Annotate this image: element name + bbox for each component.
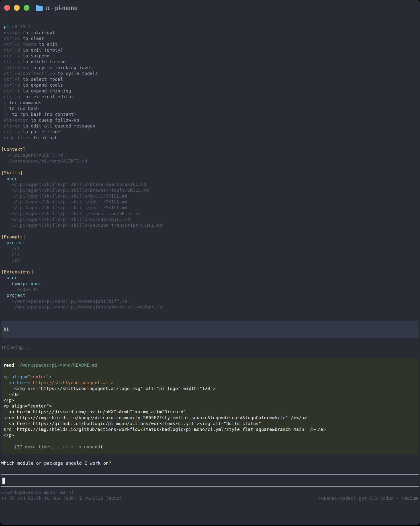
skill-path: ~/.pi/agent/skills/pi-skills/youtube-tra… [0, 222, 420, 228]
status-line-2: ↑4.7k ↓44 R3.8k $0.009 (sub) 1.7%/272k (… [0, 495, 420, 501]
terminal-content: pi v0.49.3 escape to interrupt ctrl+c to… [0, 16, 420, 501]
app-version: v0.49.3 [9, 24, 31, 29]
window-title: π - pi-mono [45, 5, 78, 11]
shortcut-line: / for commands [0, 100, 420, 106]
prompts-section: [Prompts] project /cl /is /pr [0, 234, 420, 263]
code-line: </p> [1, 432, 419, 438]
shortcut-line: ctrl+v to paste image [0, 129, 420, 135]
extensions-user-scope: user [0, 275, 420, 281]
prompt-item: /pr [0, 257, 420, 263]
code-line: </p> [1, 397, 419, 403]
prompts-scope: project [0, 240, 420, 246]
extensions-header: [Extensions] [0, 269, 420, 275]
prompt-item: /cl [0, 246, 420, 252]
version-line: pi v0.49.3 [0, 24, 420, 30]
skill-path: ~/.pi/agent/skills/pi-skills/gdcli/SKILL… [0, 199, 420, 205]
extension-path: ~/workspaces/pi-mono/.pi/extensions/diff… [0, 298, 420, 304]
context-section: [Context] ~/.pi/agent/AGENTS.md ~/worksp… [0, 146, 420, 164]
tool-arg: ~/workspaces/pi-mono/README.md [14, 363, 97, 368]
skills-header: [Skills] [0, 170, 420, 176]
app-name: pi [4, 24, 9, 29]
input-cursor [2, 478, 5, 484]
code-line: </a> [1, 392, 419, 397]
extensions-project-scope: project [0, 293, 420, 298]
user-message: hi [1, 321, 419, 338]
terminal-window: π - pi-mono pi v0.49.3 escape to interru… [0, 0, 420, 525]
extension-path: ~/workspaces/pi-mono/.pi/extensions/prom… [0, 304, 420, 310]
token-usage: ↑4.7k ↓44 R3.8k $0.009 (sub) 1.7%/272k (… [1, 495, 122, 501]
shortcut-line: ctrl+d to exit (empty) [0, 47, 420, 53]
shortcut-line: ctrl+p/shift+ctrl+p to cycle models [0, 71, 420, 76]
context-header: [Context] [0, 146, 420, 152]
shortcut-line: ctrl+z to suspend [0, 53, 420, 59]
skill-path: ~/.pi/agent/skills/pi-skills/transcribe/… [0, 211, 420, 217]
skill-path: ~/.pi/agent/skills/pi-skills/brave-searc… [0, 182, 420, 187]
skill-path: ~/.pi/agent/skills/pi-skills/vscode/SKIL… [0, 217, 420, 222]
code-line: <a href="https://discord.com/invite/nKXT… [1, 409, 419, 415]
shortcut-line: ctrl+l to select model [0, 76, 420, 82]
shortcut-line: ctrl+g for external editor [0, 94, 420, 100]
code-line: <a href="https://shittycodingagent.ai"> [1, 380, 419, 386]
prompt-item: /is [0, 252, 420, 257]
shortcut-line: ctrl+k to delete to end [0, 59, 420, 65]
close-button[interactable] [4, 5, 10, 11]
minimize-button[interactable] [14, 5, 20, 11]
shortcut-line: ctrl+c twice to exit [0, 41, 420, 47]
shortcut-line: ctrl+c to clear [0, 36, 420, 41]
code-line: src="https://img.shields.io/github/actio… [1, 426, 419, 432]
code-line: <p align="center"> [1, 374, 419, 380]
status-bar: ~/workspaces/pi-mono (main) ↑4.7k ↓44 R3… [0, 489, 420, 501]
skills-scope: user [0, 176, 420, 182]
truncation-note: ... (37 more lines, ctrl+o to expand) [1, 444, 419, 450]
shortcut-line: ctrl+t to expand thinking [0, 88, 420, 94]
tool-name: read [3, 363, 14, 368]
thinking-indicator: Thinking... [0, 344, 420, 350]
code-line: <img src="https://shittycodingagent.ai/l… [1, 386, 419, 392]
maximize-button[interactable] [24, 5, 30, 11]
blank-line [1, 368, 419, 374]
skill-path: ~/.pi/agent/skills/pi-skills/gmcli/SKILL… [0, 205, 420, 211]
context-path: ~/workspaces/pi-mono/AGENTS.md [0, 158, 420, 164]
context-path: ~/.pi/agent/AGENTS.md [0, 152, 420, 158]
prompt-input[interactable] [1, 475, 419, 486]
startup-banner: pi v0.49.3 escape to interrupt ctrl+c to… [0, 24, 420, 141]
skill-path: ~/.pi/agent/skills/pi-skills/gccli/SKILL… [0, 193, 420, 199]
shortcut-line: shift+tab to cycle thinking level [0, 65, 420, 71]
shortcut-line: escape to interrupt [0, 30, 420, 36]
code-line: src="https://img.shields.io/badge/discor… [1, 415, 419, 421]
code-line: <p align="center"> [1, 403, 419, 409]
shortcut-line: drop files to attach [0, 135, 420, 141]
traffic-lights [0, 5, 30, 11]
tool-call-header: read ~/workspaces/pi-mono/README.md [1, 362, 419, 368]
code-line: <a href="https://github.com/badlogic/pi-… [1, 421, 419, 426]
folder-icon [36, 6, 42, 11]
title-group: π - pi-mono [36, 5, 78, 11]
shortcut-line: !! to run bash (no context) [0, 111, 420, 117]
model-info: (openai-codex) gpt-5.2-codex · medium [318, 495, 418, 501]
shortcut-line: alt+up to edit all queued messages [0, 123, 420, 129]
user-message-text: hi [1, 326, 419, 332]
extension-npm-file: index.ts [0, 287, 420, 293]
assistant-message: Which module or package should I work on… [0, 460, 420, 466]
prompts-header: [Prompts] [0, 234, 420, 240]
skill-path: ~/.pi/agent/skills/pi-skills/browser-too… [0, 187, 420, 193]
read-tool-output: read ~/workspaces/pi-mono/README.md <p a… [1, 358, 419, 454]
extension-npm: npm:pi-doom [0, 281, 420, 287]
blank-line [1, 438, 419, 444]
cwd-status: ~/workspaces/pi-mono (main) [0, 489, 420, 495]
titlebar: π - pi-mono [0, 0, 420, 16]
shortcut-line: ! to run bash [0, 106, 420, 111]
skills-section: [Skills] user ~/.pi/agent/skills/pi-skil… [0, 170, 420, 228]
shortcut-line: ctrl+o to expand tools [0, 82, 420, 88]
extensions-section: [Extensions] user npm:pi-doom index.ts p… [0, 269, 420, 310]
shortcut-line: alt+enter to queue follow-up [0, 117, 420, 123]
